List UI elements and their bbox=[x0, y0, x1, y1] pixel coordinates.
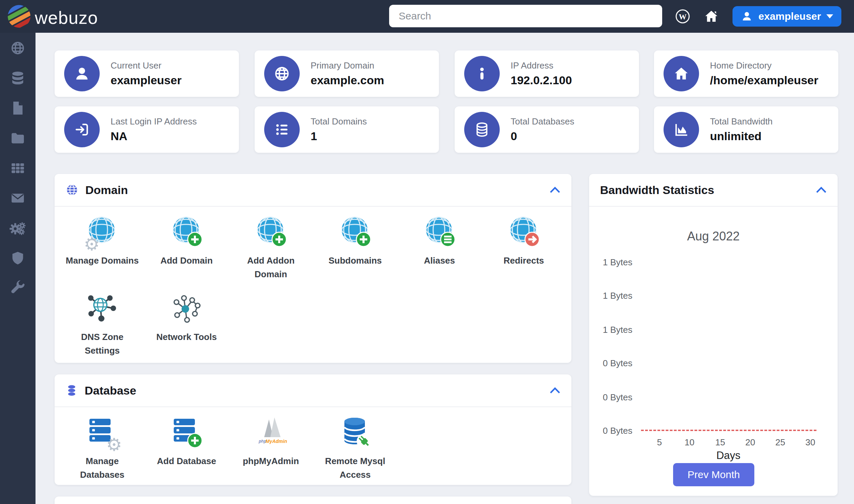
search-input[interactable] bbox=[389, 5, 662, 27]
home-icon bbox=[664, 56, 699, 91]
tile-manage-databases[interactable]: ⚙ Manage Databases bbox=[60, 414, 144, 490]
stat-label: Current User bbox=[111, 60, 182, 71]
list-icon bbox=[264, 112, 300, 147]
chart-title: Aug 2022 bbox=[589, 229, 838, 243]
tile-subdomains[interactable]: Subdomains bbox=[313, 213, 397, 290]
y-tick-label: 1 Bytes bbox=[603, 291, 632, 301]
zero-bandwidth-dashed-line bbox=[641, 430, 816, 431]
user-icon bbox=[741, 10, 753, 23]
x-axis-label: Days bbox=[616, 449, 840, 462]
globe-list-icon bbox=[423, 215, 457, 249]
database-icon bbox=[10, 70, 26, 86]
tile-add-addon-domain[interactable]: Add Addon Domain bbox=[229, 213, 313, 290]
sidebar-item-files[interactable] bbox=[10, 100, 26, 116]
topbar: webuzo W exampleuser bbox=[0, 0, 854, 33]
stat-label: Total Bandwidth bbox=[710, 116, 773, 127]
domain-panel: Domain ⚙ Manage Domains bbox=[55, 174, 571, 363]
sidebar bbox=[0, 33, 35, 504]
stat-value: 1 bbox=[311, 130, 367, 143]
shield-icon bbox=[10, 250, 26, 266]
stat-value: 0 bbox=[511, 130, 574, 143]
wordpress-icon[interactable]: W bbox=[674, 8, 691, 25]
globe-plus-icon bbox=[254, 215, 288, 249]
y-tick-label: 1 Bytes bbox=[603, 325, 632, 335]
sidebar-item-domains[interactable] bbox=[10, 40, 26, 56]
tile-network-tools[interactable]: Network Tools bbox=[144, 290, 229, 366]
stat-card-primary-domain: Primary Domain example.com bbox=[255, 50, 439, 97]
tile-add-domain[interactable]: Add Domain bbox=[144, 213, 229, 290]
stat-value: unlimited bbox=[710, 130, 773, 143]
stat-label: Home Directory bbox=[710, 60, 818, 71]
x-tick-label: 15 bbox=[715, 437, 725, 448]
y-tick-label: 0 Bytes bbox=[603, 392, 632, 403]
tile-aliases[interactable]: Aliases bbox=[397, 213, 482, 290]
domain-tiles: ⚙ Manage Domains Add Domain bbox=[55, 207, 571, 366]
database-tiles: ⚙ Manage Databases Add Database bbox=[55, 407, 571, 490]
sidebar-item-apps[interactable] bbox=[10, 160, 26, 176]
mail-icon bbox=[10, 190, 26, 206]
tile-dns-zone-settings[interactable]: DNS Zone Settings bbox=[60, 290, 144, 366]
stat-label: Total Domains bbox=[311, 116, 367, 127]
stat-card-total-domains: Total Domains 1 bbox=[255, 106, 439, 153]
domain-panel-header: Domain bbox=[55, 174, 571, 207]
network-nodes-icon bbox=[170, 291, 204, 325]
stat-value: NA bbox=[111, 130, 197, 143]
webuzo-logo[interactable]: webuzo bbox=[7, 4, 98, 31]
globe-arrow-icon bbox=[507, 215, 541, 249]
tile-add-database[interactable]: Add Database bbox=[144, 414, 229, 490]
brand-name: webuzo bbox=[35, 8, 98, 28]
wrench-icon bbox=[10, 280, 26, 296]
server-plus-icon bbox=[170, 415, 204, 449]
folder-icon bbox=[10, 130, 26, 146]
collapse-chevron-icon[interactable] bbox=[550, 187, 560, 193]
sidebar-item-directories[interactable] bbox=[10, 130, 26, 146]
globe-gear-icon: ⚙ bbox=[85, 215, 119, 249]
stat-card-home-directory: Home Directory /home/exampleuser bbox=[654, 50, 838, 97]
stat-value: exampleuser bbox=[111, 74, 182, 87]
globe-icon bbox=[264, 56, 300, 91]
x-tick-label: 30 bbox=[806, 437, 815, 448]
user-menu-button[interactable]: exampleuser bbox=[732, 6, 841, 27]
sidebar-item-email[interactable] bbox=[10, 190, 26, 206]
stat-value: 192.0.2.100 bbox=[511, 74, 572, 87]
stat-card-total-bandwidth: Total Bandwidth unlimited bbox=[654, 106, 838, 153]
database-panel-header: Database bbox=[55, 374, 571, 407]
sidebar-item-utilities[interactable] bbox=[10, 280, 26, 296]
area-chart-icon bbox=[664, 112, 699, 147]
x-tick-label: 5 bbox=[657, 437, 662, 448]
next-panel-partial bbox=[55, 496, 571, 504]
sidebar-item-databases[interactable] bbox=[10, 70, 26, 86]
dns-network-icon bbox=[85, 291, 119, 325]
tile-redirects[interactable]: Redirects bbox=[482, 213, 566, 290]
file-icon bbox=[10, 100, 26, 116]
sidebar-item-settings[interactable] bbox=[10, 220, 26, 236]
svg-text:W: W bbox=[679, 13, 687, 21]
y-tick-label: 1 Bytes bbox=[603, 257, 632, 268]
stat-label: Primary Domain bbox=[311, 60, 384, 71]
database-plug-icon bbox=[338, 415, 372, 449]
stat-label: Total Databases bbox=[511, 116, 574, 127]
stat-value: example.com bbox=[311, 74, 384, 87]
tile-phpmyadmin[interactable]: php MyAdmin phpMyAdmin bbox=[229, 414, 313, 490]
stat-card-total-databases: Total Databases 0 bbox=[455, 106, 639, 153]
prev-month-button[interactable]: Prev Month bbox=[673, 463, 754, 486]
stat-card-current-user: Current User exampleuser bbox=[55, 50, 239, 97]
phpmyadmin-logo: php MyAdmin bbox=[254, 415, 288, 449]
stat-label: Last Login IP Address bbox=[111, 116, 197, 127]
grid-icon bbox=[10, 160, 26, 176]
x-tick-label: 25 bbox=[775, 437, 785, 448]
svg-text:php: php bbox=[258, 439, 266, 444]
home-icon[interactable] bbox=[703, 8, 720, 25]
tile-manage-domains[interactable]: ⚙ Manage Domains bbox=[60, 213, 144, 290]
bandwidth-panel-header: Bandwidth Statistics bbox=[589, 174, 838, 207]
collapse-chevron-icon[interactable] bbox=[550, 387, 560, 394]
webuzo-dashboard: webuzo W exampleuser bbox=[0, 0, 854, 504]
tile-remote-mysql-access[interactable]: Remote Mysql Access bbox=[313, 414, 397, 490]
panel-title: Domain bbox=[85, 183, 128, 197]
bandwidth-chart: Aug 2022 1 Bytes 1 Bytes 1 Bytes 0 Bytes… bbox=[589, 207, 838, 496]
stat-card-ip-address: IP Address 192.0.2.100 bbox=[455, 50, 639, 97]
sidebar-item-security[interactable] bbox=[10, 250, 26, 266]
globe-icon bbox=[66, 183, 79, 196]
globe-plus-icon bbox=[338, 215, 372, 249]
collapse-chevron-icon[interactable] bbox=[816, 187, 827, 193]
